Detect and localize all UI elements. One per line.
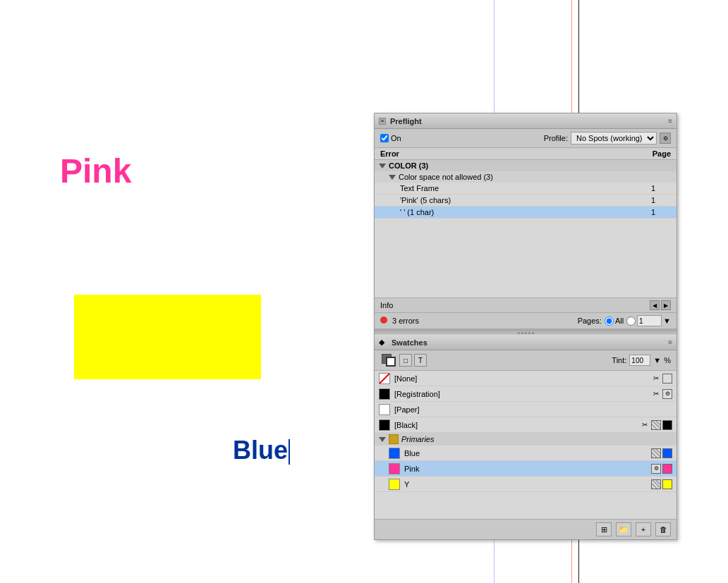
page-number-input[interactable] <box>637 315 662 326</box>
nav-prev-button[interactable]: ◀ <box>650 300 660 310</box>
swatches-title-bar: ◆ Swatches ≡ <box>375 335 677 350</box>
fill-stroke-icon[interactable] <box>380 352 397 368</box>
error-list[interactable]: COLOR (3) Color space not allowed (3) Te… <box>375 160 677 297</box>
preflight-title-left: × Preflight <box>379 117 422 125</box>
radio-all-label: All <box>615 317 624 325</box>
pattern-icon-blue <box>651 448 661 458</box>
radio-all[interactable] <box>605 317 614 326</box>
swatches-list[interactable]: [None] ✂ [Registration] ✂ ⚙ [Paper] <box>375 371 677 519</box>
radio-page[interactable] <box>626 317 636 326</box>
profile-dropdown[interactable]: No Spots (working) Basic Digital Publish… <box>571 132 657 145</box>
color-icon-y <box>662 479 672 489</box>
info-nav-buttons: ◀ ▶ <box>650 300 671 310</box>
info-bar: Info ◀ ▶ <box>375 297 677 313</box>
swatches-footer: ⊞ 📁 + 🗑 <box>375 519 677 539</box>
swatches-trash-button[interactable]: 🗑 <box>655 522 671 536</box>
resize-dots <box>518 332 534 334</box>
swatch-color-none <box>379 373 390 384</box>
nav-next-button[interactable]: ▶ <box>661 300 671 310</box>
swatch-color-black <box>379 419 390 431</box>
error-group-color-header[interactable]: COLOR (3) <box>375 160 677 171</box>
canvas-blue-text[interactable]: Blue <box>233 436 290 465</box>
swatches-grid-button[interactable]: ⊞ <box>596 522 612 536</box>
resize-dot-3 <box>525 332 527 334</box>
error-row-textframe[interactable]: Text Frame 1 <box>375 183 677 195</box>
swatch-name-blue: Blue <box>404 449 651 458</box>
primaries-triangle <box>379 437 386 442</box>
swatch-text-button[interactable]: T <box>414 354 427 367</box>
on-checkbox-group: On <box>380 134 401 142</box>
swatch-name-none: [None] <box>394 374 651 383</box>
scissors-icon-none: ✂ <box>651 374 661 383</box>
swatch-icons-blue <box>651 448 672 458</box>
error-row-space-page: 1 <box>641 208 655 216</box>
error-row-pink[interactable]: 'Pink' (5 chars) 1 <box>375 195 677 207</box>
canvas-pink-text[interactable]: Pink <box>60 152 131 190</box>
canvas-yellow-rect[interactable] <box>74 295 261 379</box>
stroke-box <box>386 357 396 367</box>
swatch-group-primaries[interactable]: Primaries <box>375 433 677 446</box>
on-checkbox[interactable] <box>380 134 389 142</box>
gear-icon-registration: ⚙ <box>662 389 672 399</box>
error-row-space[interactable]: ' ' (1 char) 1 <box>375 207 677 219</box>
swatches-controls: □ T Tint: 100 ▼ % <box>375 350 677 371</box>
swatch-row-registration[interactable]: [Registration] ✂ ⚙ <box>375 386 677 402</box>
subgroup-triangle <box>389 175 396 180</box>
preflight-controls: On Profile: No Spots (working) Basic Dig… <box>375 129 677 148</box>
swatch-name-registration: [Registration] <box>394 390 651 398</box>
swatches-panel: ◆ Swatches ≡ □ T Tint: 100 ▼ % <box>375 335 677 539</box>
error-subgroup-colorspace-header[interactable]: Color space not allowed (3) <box>375 171 677 183</box>
swatch-row-none[interactable]: [None] ✂ <box>375 371 677 386</box>
primaries-group-label: Primaries <box>401 435 434 443</box>
swatch-icons-y <box>651 479 672 489</box>
on-label: On <box>391 134 401 142</box>
preflight-panel: × Preflight ≡ On Profile: No Spots (work… <box>375 113 677 331</box>
swatch-color-registration <box>379 388 390 400</box>
text-cursor <box>289 439 290 465</box>
preflight-close-button[interactable]: × <box>379 118 386 125</box>
radio-all-group: All <box>605 317 624 326</box>
resize-dot-5 <box>532 332 534 334</box>
error-count-section: 3 errors <box>380 317 419 325</box>
error-row-pink-page: 1 <box>641 196 655 204</box>
error-row-textframe-page: 1 <box>641 184 655 192</box>
swatch-new-button[interactable]: □ <box>399 354 412 367</box>
error-row-textframe-label: Text Frame <box>400 184 641 192</box>
info-label: Info <box>380 301 393 309</box>
swatch-color-paper <box>379 404 390 415</box>
swatches-new-button[interactable]: + <box>636 522 651 536</box>
preflight-title-text: Preflight <box>390 117 422 125</box>
swatches-expand-icon[interactable]: ◆ <box>379 338 384 347</box>
swatches-title-text: Swatches <box>392 338 427 347</box>
tint-arrow[interactable]: ▼ <box>653 356 661 364</box>
swatches-menu-button[interactable]: ≡ <box>668 338 672 346</box>
tint-section: Tint: 100 ▼ % <box>612 355 671 366</box>
tint-label: Tint: <box>612 356 626 364</box>
error-col-header: Error <box>380 149 399 158</box>
errors-footer: 3 errors Pages: All ▼ <box>375 313 677 330</box>
page-col-header: Page <box>653 149 671 158</box>
expand-triangle <box>379 164 386 168</box>
pages-label: Pages: <box>578 317 602 325</box>
error-row-pink-label: 'Pink' (5 chars) <box>400 196 641 204</box>
swatch-row-y[interactable]: Y <box>375 477 677 492</box>
resize-dot-1 <box>518 332 520 334</box>
resize-dot-4 <box>528 332 530 334</box>
tint-input[interactable]: 100 <box>629 355 650 366</box>
error-row-space-label: ' ' (1 char) <box>400 208 641 216</box>
preflight-menu-button[interactable]: ≡ <box>668 117 672 125</box>
color-icon-black <box>662 420 672 430</box>
error-subgroup-colorspace-label: Color space not allowed (3) <box>399 173 493 181</box>
panel-container: × Preflight ≡ On Profile: No Spots (work… <box>374 113 677 540</box>
page-dropdown-arrow[interactable]: ▼ <box>663 317 671 325</box>
swatch-row-black[interactable]: [Black] ✂ <box>375 417 677 433</box>
swatch-row-blue[interactable]: Blue <box>375 446 677 461</box>
color-icon-blue <box>662 448 672 458</box>
profile-settings-icon[interactable]: ⚙ <box>660 133 671 144</box>
swatch-row-pink[interactable]: Pink ⚙ <box>375 461 677 477</box>
swatches-folder-button[interactable]: 📁 <box>616 522 631 536</box>
swatch-row-paper[interactable]: [Paper] <box>375 402 677 417</box>
pattern-icon-black <box>651 420 661 430</box>
blue-text-content: Blue <box>233 436 288 465</box>
error-group-color: COLOR (3) Color space not allowed (3) Te… <box>375 160 677 219</box>
